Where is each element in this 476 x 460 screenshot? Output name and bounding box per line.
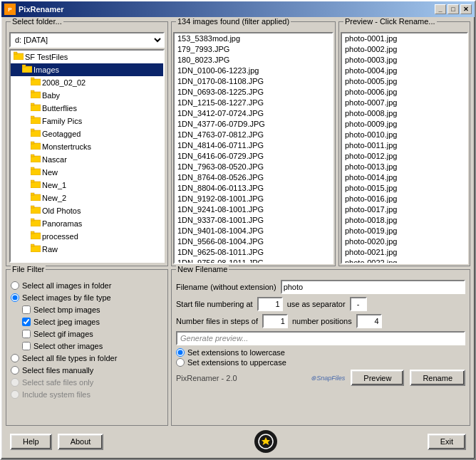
file-item[interactable]: 1DN_9566-08-1004.JPG xyxy=(175,236,332,247)
filter-check-2[interactable] xyxy=(22,305,31,314)
preview-item: photo-0017.jpg xyxy=(342,204,467,215)
tree-item[interactable]: Old Photos xyxy=(11,204,163,217)
tree-item[interactable]: Geotagged xyxy=(11,127,163,140)
positions-input[interactable] xyxy=(356,314,382,328)
filter-option-0[interactable]: Select all images in folder xyxy=(11,280,163,291)
file-item[interactable]: 1DN_9192-08-1001.JPG xyxy=(175,194,332,204)
separator-input[interactable] xyxy=(350,297,367,311)
tree-item-label: New xyxy=(42,167,58,178)
file-item[interactable]: 1DN_9625-08-1011.JPG xyxy=(175,247,332,258)
start-number-input[interactable] xyxy=(257,297,283,311)
file-item[interactable]: 1DN_8764-08-0526.JPG xyxy=(175,172,332,183)
ext-uppercase-radio[interactable] xyxy=(176,358,185,367)
file-list[interactable]: 153_5383mod.jpg179_7993.JPG180_8023.JPG1… xyxy=(173,32,333,264)
filter-option-8[interactable]: Select safe files only xyxy=(11,377,163,388)
filter-radio-6[interactable] xyxy=(11,354,19,362)
file-item[interactable]: 1DN_0170-08-1108.JPG xyxy=(175,76,332,87)
file-item[interactable]: 1DN_6416-06-0729.JPG xyxy=(175,151,332,162)
tree-item[interactable]: Images xyxy=(11,63,163,76)
close-button[interactable]: ✕ xyxy=(460,4,472,14)
preview-rename-row: PixRenamer - 2.0 ⊛SnapFiles Preview Rena… xyxy=(176,370,465,386)
file-item[interactable]: 1DN_9401-08-1004.JPG xyxy=(175,226,332,236)
filter-check-4[interactable] xyxy=(22,330,31,338)
filter-option-9[interactable]: Include system files xyxy=(11,389,163,400)
svg-rect-24 xyxy=(31,194,41,201)
help-button[interactable]: Help xyxy=(10,434,52,450)
ext-uppercase-option[interactable]: Set extensions to uppercase xyxy=(176,358,465,367)
svg-rect-6 xyxy=(31,79,41,85)
steps-input[interactable] xyxy=(262,314,288,328)
tree-item-label: New_2 xyxy=(42,192,66,204)
svg-rect-8 xyxy=(31,92,41,98)
preview-button[interactable]: Preview xyxy=(351,370,404,386)
tree-item[interactable]: Monstertrucks xyxy=(11,140,163,153)
folder-icon xyxy=(22,64,32,75)
folder-icon xyxy=(31,192,41,204)
svg-rect-10 xyxy=(31,105,41,111)
filter-label-6: Select all file types in folder xyxy=(22,352,117,364)
svg-rect-14 xyxy=(31,130,41,137)
filename-label: Filename (without extension) xyxy=(176,283,276,291)
drive-select[interactable]: d: [DATA] xyxy=(9,32,165,48)
preview-item: photo-0015.jpg xyxy=(342,183,467,194)
maximize-button[interactable]: □ xyxy=(447,4,459,14)
filter-check-3[interactable] xyxy=(22,318,31,326)
folder-icon xyxy=(31,77,41,88)
file-item[interactable]: 180_8023.JPG xyxy=(175,55,332,66)
filter-option-2[interactable]: Select bmp images xyxy=(11,304,163,315)
preview-list[interactable]: photo-0001.jpgphoto-0002.jpgphoto-0003.j… xyxy=(341,32,468,264)
file-item[interactable]: 1DN_4814-06-0711.JPG xyxy=(175,140,332,151)
tree-item[interactable]: Family Pics xyxy=(11,115,163,127)
filter-option-4[interactable]: Select gif images xyxy=(11,328,163,340)
exit-button[interactable]: Exit xyxy=(428,434,466,450)
folder-icon xyxy=(31,154,41,165)
filter-radio-0[interactable] xyxy=(11,281,19,290)
filter-check-5[interactable] xyxy=(22,342,31,350)
filter-option-1[interactable]: Select images by file type xyxy=(11,292,163,303)
file-item[interactable]: 1DN_3412-07-0724.JPG xyxy=(175,108,332,119)
filter-option-6[interactable]: Select all file types in folder xyxy=(11,352,163,364)
file-item[interactable]: 179_7993.JPG xyxy=(175,44,332,55)
file-item[interactable]: 1DN_0100-06-1223.jpg xyxy=(175,66,332,76)
tree-item[interactable]: New_1 xyxy=(11,179,163,192)
tree-item[interactable]: New_2 xyxy=(11,192,163,204)
file-item[interactable]: 1DN_9241-08-1001.JPG xyxy=(175,204,332,215)
minimize-button[interactable]: _ xyxy=(435,4,446,14)
filter-radio-1[interactable] xyxy=(11,293,19,302)
file-item[interactable]: 1DN_1215-08-1227.JPG xyxy=(175,98,332,108)
about-button[interactable]: About xyxy=(58,434,104,450)
tree-item[interactable]: Baby xyxy=(11,89,163,102)
ext-lowercase-option[interactable]: Set extensions to lowercase xyxy=(176,348,465,357)
rename-button[interactable]: Rename xyxy=(410,370,465,386)
tree-item[interactable]: SF TestFiles xyxy=(11,51,163,63)
tree-item[interactable]: New xyxy=(11,166,163,179)
file-item[interactable]: 1DN_9756-08-1011.JPG xyxy=(175,258,332,264)
filter-option-3[interactable]: Select jpeg images xyxy=(11,316,163,328)
tree-item[interactable]: Butterflies xyxy=(11,102,163,115)
preview-item: photo-0010.jpg xyxy=(342,130,467,140)
file-item[interactable]: 1DN_4763-07-0812.JPG xyxy=(175,130,332,140)
tree-item[interactable]: Raw xyxy=(11,243,163,256)
filename-input[interactable] xyxy=(281,280,465,294)
left-panel: Select folder... d: [DATA] SF TestFilesI… xyxy=(6,21,168,266)
filter-radio-7[interactable] xyxy=(11,366,19,375)
file-item[interactable]: 153_5383mod.jpg xyxy=(175,33,332,44)
filter-option-5[interactable]: Select other images xyxy=(11,340,163,352)
ext-lowercase-radio[interactable] xyxy=(176,348,185,357)
filter-option-7[interactable]: Select files manually xyxy=(11,365,163,376)
svg-rect-25 xyxy=(31,193,34,195)
tree-item[interactable]: processed xyxy=(11,230,163,243)
file-item[interactable]: 1DN_8804-06-0113.JPG xyxy=(175,183,332,194)
file-item[interactable]: 1DN_4377-06-07D9.JPG xyxy=(175,119,332,130)
tree-item-label: SF TestFiles xyxy=(25,51,68,63)
app-label: PixRenamer - 2.0 xyxy=(176,374,237,382)
tree-item[interactable]: Nascar xyxy=(11,153,163,166)
folder-tree[interactable]: SF TestFilesImages2008_02_02BabyButterfl… xyxy=(9,49,165,263)
preview-item: photo-0020.jpg xyxy=(342,236,467,247)
tree-item[interactable]: 2008_02_02 xyxy=(11,76,163,89)
file-item[interactable]: 1DN_7963-08-0520.JPG xyxy=(175,162,332,172)
file-item[interactable]: 1DN_9337-08-1001.JPG xyxy=(175,215,332,226)
file-item[interactable]: 1DN_0693-08-1225.JPG xyxy=(175,87,332,98)
tree-item[interactable]: Panoramas xyxy=(11,217,163,230)
filter-radio-9 xyxy=(11,390,19,399)
